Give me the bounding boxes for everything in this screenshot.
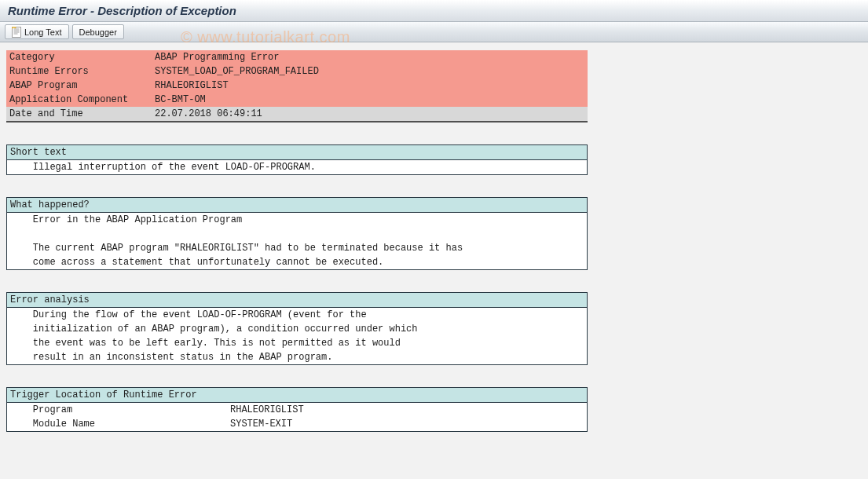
trigger-row-module: Module Name SYSTEM-EXIT (10, 417, 584, 431)
section-header: Trigger Location of Runtime Error (7, 388, 587, 403)
header-label: ABAP Program (6, 79, 152, 93)
section-body: During the flow of the event LOAD-OF-PRO… (7, 308, 587, 364)
header-row-date-time: Date and Time 22.07.2018 06:49:11 (6, 107, 588, 122)
section-body: Illegal interruption of the event LOAD-O… (7, 160, 587, 174)
header-row-runtime-errors: Runtime Errors SYSTEM_LOAD_OF_PROGRAM_FA… (6, 64, 588, 79)
section-body: Error in the ABAP Application Program Th… (7, 213, 587, 269)
content-area: Category ABAP Programming Error Runtime … (0, 42, 868, 440)
header-label: Application Component (6, 93, 152, 107)
title-bar: Runtime Error - Description of Exception (0, 0, 868, 22)
what-happened-section: What happened? Error in the ABAP Applica… (6, 197, 588, 270)
section-header: Short text (7, 145, 587, 160)
body-line: the event was to be left early. This is … (10, 336, 584, 350)
trigger-location-section: Trigger Location of Runtime Error Progra… (6, 387, 588, 432)
body-line: Error in the ABAP Application Program (10, 213, 584, 227)
short-text-section: Short text Illegal interruption of the e… (6, 144, 588, 175)
body-line: result in an inconsistent status in the … (10, 350, 584, 364)
header-row-abap-program: ABAP Program RHALEORIGLIST (6, 79, 588, 93)
header-block: Category ABAP Programming Error Runtime … (6, 50, 588, 122)
body-line (10, 227, 584, 241)
header-row-app-component: Application Component BC-BMT-OM (6, 93, 588, 107)
document-icon (12, 27, 21, 38)
header-label: Date and Time (6, 107, 152, 121)
body-line: During the flow of the event LOAD-OF-PRO… (10, 308, 584, 322)
header-value: RHALEORIGLIST (152, 79, 588, 93)
body-line: The current ABAP program "RHALEORIGLIST"… (10, 241, 584, 255)
debugger-label: Debugger (79, 27, 117, 37)
error-analysis-section: Error analysis During the flow of the ev… (6, 292, 588, 365)
header-row-category: Category ABAP Programming Error (6, 50, 588, 64)
body-line: come across a statement that unfortunate… (10, 255, 584, 269)
section-body: Program RHALEORIGLIST Module Name SYSTEM… (7, 403, 587, 431)
trigger-label: Module Name (10, 417, 230, 431)
trigger-row-program: Program RHALEORIGLIST (10, 403, 584, 417)
trigger-value: RHALEORIGLIST (230, 403, 584, 417)
header-label: Runtime Errors (6, 64, 152, 79)
header-value: ABAP Programming Error (152, 50, 588, 64)
section-header: Error analysis (7, 293, 587, 308)
header-value: SYSTEM_LOAD_OF_PROGRAM_FAILED (152, 64, 588, 79)
page-title: Runtime Error - Description of Exception (8, 4, 236, 17)
header-value: BC-BMT-OM (152, 93, 588, 107)
trigger-label: Program (10, 403, 230, 417)
debugger-button[interactable]: Debugger (72, 24, 124, 39)
section-header: What happened? (7, 198, 587, 213)
toolbar: Long Text Debugger (0, 22, 868, 42)
trigger-value: SYSTEM-EXIT (230, 417, 584, 431)
header-value: 22.07.2018 06:49:11 (152, 107, 588, 121)
long-text-button[interactable]: Long Text (5, 24, 69, 39)
body-line: initialization of an ABAP program), a co… (10, 322, 584, 336)
long-text-label: Long Text (24, 27, 62, 37)
header-label: Category (6, 50, 152, 64)
body-line: Illegal interruption of the event LOAD-O… (10, 160, 584, 174)
